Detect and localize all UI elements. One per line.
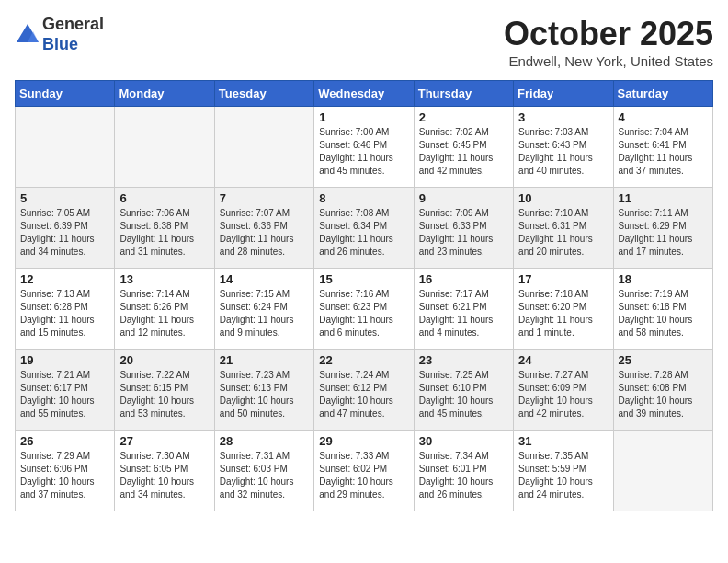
cell-daylight-info: Sunrise: 7:03 AM Sunset: 6:43 PM Dayligh… [518, 126, 608, 178]
day-number: 1 [319, 110, 408, 124]
month-title: October 2025 [504, 15, 713, 53]
calendar-cell: 1Sunrise: 7:00 AM Sunset: 6:46 PM Daylig… [314, 107, 414, 188]
day-number: 5 [20, 191, 109, 205]
calendar-cell: 20Sunrise: 7:22 AM Sunset: 6:15 PM Dayli… [115, 350, 214, 431]
calendar-cell: 24Sunrise: 7:27 AM Sunset: 6:09 PM Dayli… [514, 350, 613, 431]
logo-blue: Blue [42, 35, 104, 55]
cell-daylight-info: Sunrise: 7:04 AM Sunset: 6:41 PM Dayligh… [619, 126, 708, 178]
calendar-cell: 17Sunrise: 7:18 AM Sunset: 6:20 PM Dayli… [514, 269, 613, 350]
cell-daylight-info: Sunrise: 7:33 AM Sunset: 6:02 PM Dayligh… [319, 450, 408, 501]
cell-daylight-info: Sunrise: 7:11 AM Sunset: 6:29 PM Dayligh… [619, 207, 708, 259]
day-number: 17 [518, 272, 608, 286]
logo-general: General [42, 15, 104, 35]
calendar-week-row: 12Sunrise: 7:13 AM Sunset: 6:28 PM Dayli… [16, 269, 713, 350]
calendar-cell: 2Sunrise: 7:02 AM Sunset: 6:45 PM Daylig… [414, 107, 513, 188]
calendar-cell: 5Sunrise: 7:05 AM Sunset: 6:39 PM Daylig… [16, 188, 115, 269]
calendar-cell: 25Sunrise: 7:28 AM Sunset: 6:08 PM Dayli… [613, 350, 712, 431]
weekday-header-friday: Friday [514, 81, 613, 107]
day-number: 7 [220, 191, 309, 205]
weekday-header-tuesday: Tuesday [214, 81, 313, 107]
calendar-cell: 29Sunrise: 7:33 AM Sunset: 6:02 PM Dayli… [314, 431, 414, 511]
weekday-header-monday: Monday [115, 81, 214, 107]
day-number: 29 [319, 434, 408, 448]
weekday-header-sunday: Sunday [16, 81, 115, 107]
cell-daylight-info: Sunrise: 7:29 AM Sunset: 6:06 PM Dayligh… [20, 450, 109, 501]
calendar-cell: 27Sunrise: 7:30 AM Sunset: 6:05 PM Dayli… [115, 431, 214, 511]
day-number: 10 [518, 191, 608, 205]
day-number: 24 [518, 353, 608, 367]
cell-daylight-info: Sunrise: 7:23 AM Sunset: 6:13 PM Dayligh… [220, 369, 309, 420]
cell-daylight-info: Sunrise: 7:14 AM Sunset: 6:26 PM Dayligh… [119, 288, 209, 339]
day-number: 19 [20, 353, 109, 367]
calendar-cell [16, 107, 115, 188]
cell-daylight-info: Sunrise: 7:07 AM Sunset: 6:36 PM Dayligh… [220, 207, 309, 259]
day-number: 27 [119, 434, 209, 448]
cell-daylight-info: Sunrise: 7:02 AM Sunset: 6:45 PM Dayligh… [419, 126, 508, 178]
cell-daylight-info: Sunrise: 7:05 AM Sunset: 6:39 PM Dayligh… [20, 207, 109, 259]
weekday-header-row: SundayMondayTuesdayWednesdayThursdayFrid… [16, 81, 713, 107]
logo-icon [15, 22, 40, 48]
calendar-week-row: 1Sunrise: 7:00 AM Sunset: 6:46 PM Daylig… [16, 107, 713, 188]
day-number: 18 [619, 272, 708, 286]
day-number: 25 [619, 353, 708, 367]
calendar-cell: 22Sunrise: 7:24 AM Sunset: 6:12 PM Dayli… [314, 350, 414, 431]
day-number: 23 [419, 353, 508, 367]
cell-daylight-info: Sunrise: 7:16 AM Sunset: 6:23 PM Dayligh… [319, 288, 408, 339]
day-number: 8 [319, 191, 408, 205]
calendar-cell: 11Sunrise: 7:11 AM Sunset: 6:29 PM Dayli… [613, 188, 712, 269]
cell-daylight-info: Sunrise: 7:10 AM Sunset: 6:31 PM Dayligh… [518, 207, 608, 259]
day-number: 14 [220, 272, 309, 286]
cell-daylight-info: Sunrise: 7:21 AM Sunset: 6:17 PM Dayligh… [20, 369, 109, 420]
calendar-table: SundayMondayTuesdayWednesdayThursdayFrid… [15, 80, 713, 511]
logo: General Blue [15, 15, 104, 54]
day-number: 22 [319, 353, 408, 367]
calendar-cell: 31Sunrise: 7:35 AM Sunset: 5:59 PM Dayli… [514, 431, 613, 511]
cell-daylight-info: Sunrise: 7:31 AM Sunset: 6:03 PM Dayligh… [220, 450, 309, 501]
day-number: 13 [119, 272, 209, 286]
cell-daylight-info: Sunrise: 7:00 AM Sunset: 6:46 PM Dayligh… [319, 126, 408, 178]
cell-daylight-info: Sunrise: 7:34 AM Sunset: 6:01 PM Dayligh… [419, 450, 508, 501]
cell-daylight-info: Sunrise: 7:27 AM Sunset: 6:09 PM Dayligh… [518, 369, 608, 420]
calendar-cell: 12Sunrise: 7:13 AM Sunset: 6:28 PM Dayli… [16, 269, 115, 350]
calendar-cell: 23Sunrise: 7:25 AM Sunset: 6:10 PM Dayli… [414, 350, 513, 431]
day-number: 4 [619, 110, 708, 124]
calendar-cell: 19Sunrise: 7:21 AM Sunset: 6:17 PM Dayli… [16, 350, 115, 431]
cell-daylight-info: Sunrise: 7:24 AM Sunset: 6:12 PM Dayligh… [319, 369, 408, 420]
calendar-cell [214, 107, 313, 188]
calendar-cell: 3Sunrise: 7:03 AM Sunset: 6:43 PM Daylig… [514, 107, 613, 188]
calendar-cell: 6Sunrise: 7:06 AM Sunset: 6:38 PM Daylig… [115, 188, 214, 269]
day-number: 31 [518, 434, 608, 448]
cell-daylight-info: Sunrise: 7:13 AM Sunset: 6:28 PM Dayligh… [20, 288, 109, 339]
calendar-cell: 13Sunrise: 7:14 AM Sunset: 6:26 PM Dayli… [115, 269, 214, 350]
calendar-cell: 7Sunrise: 7:07 AM Sunset: 6:36 PM Daylig… [214, 188, 313, 269]
day-number: 20 [119, 353, 209, 367]
day-number: 11 [619, 191, 708, 205]
calendar-cell: 18Sunrise: 7:19 AM Sunset: 6:18 PM Dayli… [613, 269, 712, 350]
cell-daylight-info: Sunrise: 7:08 AM Sunset: 6:34 PM Dayligh… [319, 207, 408, 259]
calendar-week-row: 26Sunrise: 7:29 AM Sunset: 6:06 PM Dayli… [16, 431, 713, 511]
day-number: 28 [220, 434, 309, 448]
cell-daylight-info: Sunrise: 7:18 AM Sunset: 6:20 PM Dayligh… [518, 288, 608, 339]
day-number: 15 [319, 272, 408, 286]
calendar-cell: 4Sunrise: 7:04 AM Sunset: 6:41 PM Daylig… [613, 107, 712, 188]
cell-daylight-info: Sunrise: 7:35 AM Sunset: 5:59 PM Dayligh… [518, 450, 608, 501]
calendar-cell: 14Sunrise: 7:15 AM Sunset: 6:24 PM Dayli… [214, 269, 313, 350]
calendar-week-row: 5Sunrise: 7:05 AM Sunset: 6:39 PM Daylig… [16, 188, 713, 269]
calendar-cell: 15Sunrise: 7:16 AM Sunset: 6:23 PM Dayli… [314, 269, 414, 350]
location: Endwell, New York, United States [504, 53, 713, 69]
cell-daylight-info: Sunrise: 7:06 AM Sunset: 6:38 PM Dayligh… [119, 207, 209, 259]
weekday-header-thursday: Thursday [414, 81, 513, 107]
day-number: 21 [220, 353, 309, 367]
cell-daylight-info: Sunrise: 7:25 AM Sunset: 6:10 PM Dayligh… [419, 369, 508, 420]
weekday-header-saturday: Saturday [613, 81, 712, 107]
day-number: 26 [20, 434, 109, 448]
calendar-cell: 16Sunrise: 7:17 AM Sunset: 6:21 PM Dayli… [414, 269, 513, 350]
cell-daylight-info: Sunrise: 7:09 AM Sunset: 6:33 PM Dayligh… [419, 207, 508, 259]
day-number: 6 [119, 191, 209, 205]
cell-daylight-info: Sunrise: 7:17 AM Sunset: 6:21 PM Dayligh… [419, 288, 508, 339]
title-block: October 2025 Endwell, New York, United S… [504, 15, 713, 69]
day-number: 16 [419, 272, 508, 286]
cell-daylight-info: Sunrise: 7:30 AM Sunset: 6:05 PM Dayligh… [119, 450, 209, 501]
cell-daylight-info: Sunrise: 7:19 AM Sunset: 6:18 PM Dayligh… [619, 288, 708, 339]
calendar-cell [115, 107, 214, 188]
